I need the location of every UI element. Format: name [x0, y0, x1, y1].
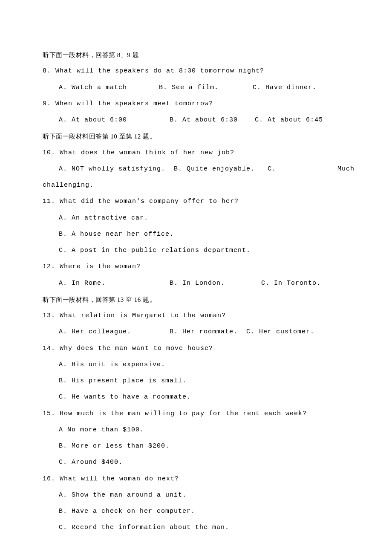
option-a: A. Watch a match	[59, 80, 159, 96]
question-8-options: A. Watch a match B. See a film. C. Have …	[43, 80, 355, 96]
option-b: B. A house near her office.	[43, 226, 355, 243]
option-c-label: C.	[268, 165, 276, 173]
option-a: A. In Rome.	[59, 275, 170, 292]
option-b: B. Her roommate.	[170, 324, 246, 340]
question-8-stem: 8. What will the speakers do at 8:30 tom…	[43, 63, 355, 79]
option-a: A. His unit is expensive.	[43, 357, 355, 373]
option-a: A. NOT wholly satisfying.	[59, 161, 174, 177]
option-b: B. Quite enjoyable.	[174, 161, 268, 177]
option-b: B. At about 6:30	[170, 112, 255, 128]
option-c: C. Much	[268, 161, 355, 177]
section-heading: 听下面一段材料，回答第 13 至 16 题。	[43, 292, 355, 308]
question-10-options: A. NOT wholly satisfying. B. Quite enjoy…	[43, 161, 355, 177]
option-c-text-part1: Much	[337, 161, 355, 177]
question-11-stem: 11. What did the woman's company offer t…	[43, 194, 355, 210]
section-heading: 听下面一段材料，回答第 8、9 题	[43, 47, 355, 63]
option-a: A. At about 6:00	[59, 112, 170, 128]
option-c: C. In Toronto.	[261, 275, 355, 292]
option-c: C. Her customer.	[246, 324, 355, 340]
option-b: B. In London.	[170, 275, 261, 292]
option-a: A. Her colleague.	[59, 324, 170, 340]
option-c: C. Have dinner.	[253, 80, 355, 96]
question-15-stem: 15. How much is the man willing to pay f…	[43, 406, 355, 422]
option-b: B. Have a check on her computer.	[43, 503, 355, 520]
question-12-options: A. In Rome. B. In London. C. In Toronto.	[43, 275, 355, 292]
question-10-stem: 10. What does the woman think of her new…	[43, 145, 355, 161]
question-12-stem: 12. Where is the woman?	[43, 259, 355, 275]
question-9-options: A. At about 6:00 B. At about 6:30 C. At …	[43, 112, 355, 128]
option-b: B. See a film.	[159, 80, 253, 96]
question-13-options: A. Her colleague. B. Her roommate. C. He…	[43, 324, 355, 340]
question-13-stem: 13. What relation is Margaret to the wom…	[43, 308, 355, 324]
option-a: A. An attractive car.	[43, 210, 355, 226]
option-c: C. At about 6:45	[255, 112, 355, 128]
question-9-stem: 9. When will the speakers meet tomorrow?	[43, 96, 355, 112]
option-a: A. Show the man around a unit.	[43, 487, 355, 503]
option-c-text-part2: challenging.	[43, 177, 355, 194]
option-c: C. Record the information about the man.	[43, 520, 355, 536]
option-b: B. More or less than $200.	[43, 438, 355, 454]
option-c: C. Around $400.	[43, 454, 355, 471]
option-c: C. A post in the public relations depart…	[43, 243, 355, 259]
section-heading: 听下面一段材料回答第 10 至第 12 题。	[43, 128, 355, 145]
question-16-stem: 16. What will the woman do next?	[43, 471, 355, 487]
question-14-stem: 14. Why does the man want to move house?	[43, 341, 355, 357]
option-b: B. His present place is small.	[43, 373, 355, 389]
option-a: A No more than $100.	[43, 422, 355, 438]
option-c: C. He wants to have a roommate.	[43, 389, 355, 405]
